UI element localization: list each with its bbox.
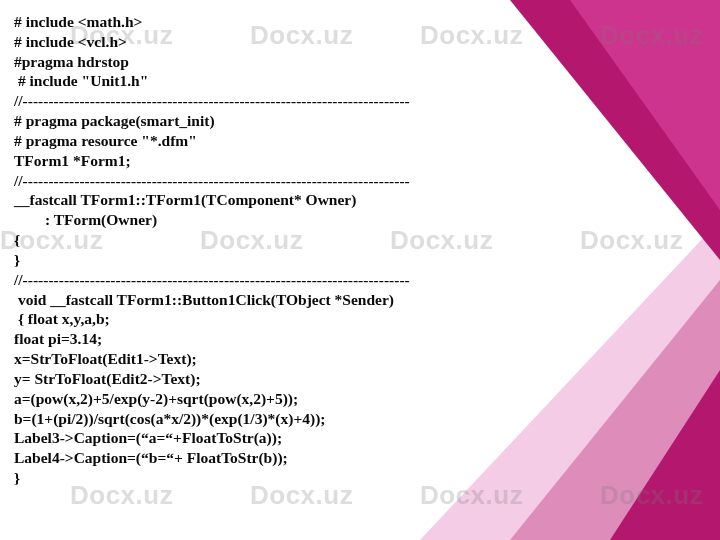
- code-line: //--------------------------------------…: [14, 91, 720, 111]
- code-line: { float x,y,a,b;: [14, 309, 720, 329]
- code-line: }: [14, 468, 720, 488]
- code-line: # include <vcl.h>: [14, 32, 720, 52]
- code-line: # include "Unit1.h": [14, 71, 720, 91]
- code-block: # include <math.h># include <vcl.h>#prag…: [0, 0, 720, 488]
- code-line: }: [14, 250, 720, 270]
- code-line: x=StrToFloat(Edit1->Text);: [14, 349, 720, 369]
- code-line: # pragma resource "*.dfm": [14, 131, 720, 151]
- code-line: y= StrToFloat(Edit2->Text);: [14, 369, 720, 389]
- code-line: #pragma hdrstop: [14, 52, 720, 72]
- code-line: __fastcall TForm1::TForm1(TComponent* Ow…: [14, 190, 720, 210]
- code-line: # include <math.h>: [14, 12, 720, 32]
- code-line: # pragma package(smart_init): [14, 111, 720, 131]
- code-line: float pi=3.14;: [14, 329, 720, 349]
- code-line: b=(1+(pi/2))/sqrt(cos(a*x/2))*(exp(1/3)*…: [14, 409, 720, 429]
- code-line: {: [14, 230, 720, 250]
- code-line: : TForm(Owner): [14, 210, 720, 230]
- code-line: Label3->Caption=(“a=“+FloatToStr(a));: [14, 428, 720, 448]
- code-line: TForm1 *Form1;: [14, 151, 720, 171]
- code-line: Label4->Caption=(“b=“+ FloatToStr(b));: [14, 448, 720, 468]
- code-line: void __fastcall TForm1::Button1Click(TOb…: [14, 290, 720, 310]
- code-line: //--------------------------------------…: [14, 171, 720, 191]
- code-line: a=(pow(x,2)+5/exp(y-2)+sqrt(pow(x,2)+5))…: [14, 389, 720, 409]
- code-line: //--------------------------------------…: [14, 270, 720, 290]
